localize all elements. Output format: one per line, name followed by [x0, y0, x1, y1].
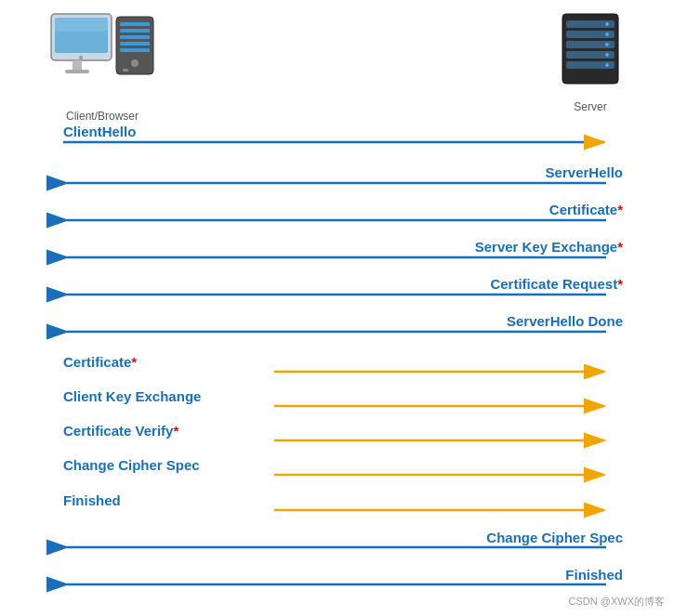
client-icon [46, 9, 158, 102]
svg-point-23 [605, 53, 609, 57]
certificate2-asterisk: * [131, 354, 137, 370]
certificate-verify-label: Certificate Verify* [63, 423, 178, 439]
certificate1-label: Certificate* [549, 202, 623, 217]
svg-point-24 [605, 63, 609, 67]
diagram-container: Client/Browser Server [0, 0, 674, 616]
svg-rect-11 [120, 48, 150, 52]
svg-rect-10 [120, 42, 150, 46]
svg-rect-13 [123, 69, 128, 72]
svg-point-5 [79, 56, 83, 59]
server-hello-label: ServerHello [546, 164, 623, 180]
server-icon [553, 9, 628, 93]
server-area: Server [544, 9, 637, 113]
svg-point-12 [131, 59, 139, 67]
certificate-request-label: Certificate Request* [490, 276, 623, 292]
change-cipher-spec2-label: Change Cipher Spec [486, 530, 623, 545]
svg-rect-2 [55, 18, 108, 32]
client-hello-label: ClientHello [63, 124, 136, 139]
svg-point-22 [605, 43, 609, 46]
watermark: CSDN @XWX的博客 [569, 595, 665, 609]
finished1-label: Finished [63, 492, 121, 508]
client-key-exchange-label: Client Key Exchange [63, 388, 201, 404]
svg-rect-3 [73, 60, 82, 70]
server-label: Server [544, 100, 637, 113]
finished2-label: Finished [565, 567, 623, 583]
client-area: Client/Browser [37, 9, 167, 123]
svg-rect-4 [65, 70, 89, 73]
server-key-exchange-asterisk: * [617, 239, 623, 255]
svg-rect-9 [120, 35, 150, 39]
svg-rect-7 [120, 22, 150, 26]
certificate-verify-asterisk: * [173, 423, 178, 439]
client-label: Client/Browser [37, 110, 167, 123]
svg-point-20 [605, 22, 609, 26]
server-hello-done-label: ServerHello Done [507, 313, 623, 329]
certificate-request-asterisk: * [617, 276, 623, 292]
svg-point-21 [605, 33, 609, 36]
server-key-exchange-label: Server Key Exchange* [475, 239, 623, 255]
svg-rect-8 [120, 29, 150, 33]
certificate2-label: Certificate* [63, 354, 137, 370]
certificate1-asterisk: * [617, 202, 623, 217]
change-cipher-spec1-label: Change Cipher Spec [63, 457, 200, 473]
